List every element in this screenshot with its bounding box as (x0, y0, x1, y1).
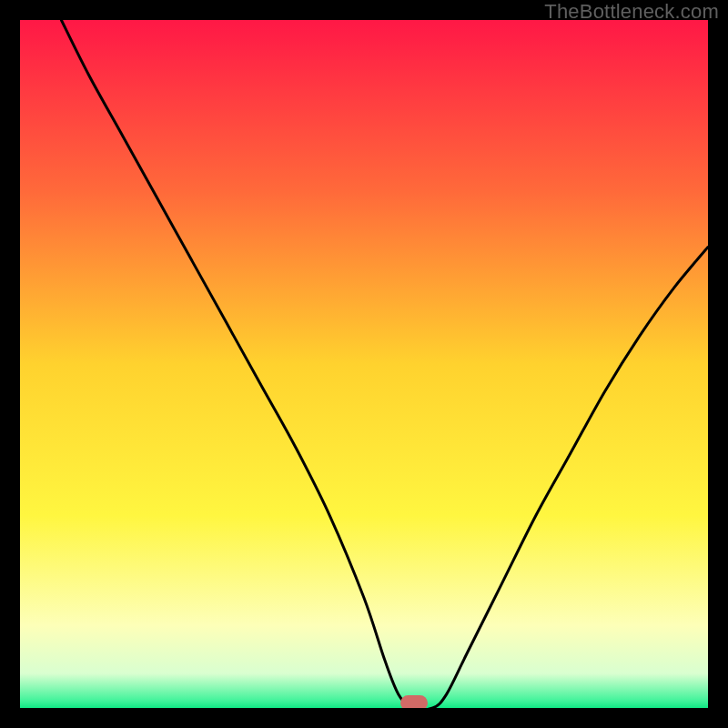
watermark-text: TheBottleneck.com (544, 0, 719, 24)
optimum-marker (400, 695, 428, 708)
chart-frame: TheBottleneck.com (0, 0, 728, 728)
bottleneck-curve (20, 20, 708, 708)
plot-area (20, 20, 708, 708)
